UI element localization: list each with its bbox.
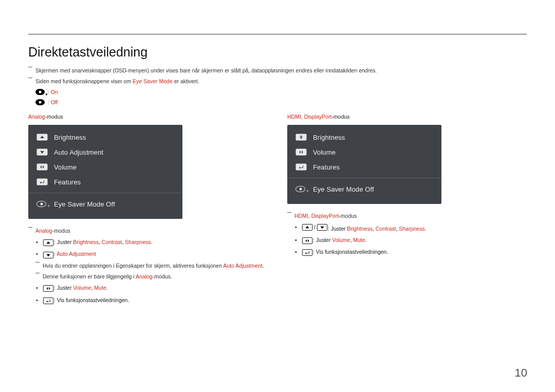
analog-osd-panel: Brightness Auto Adjustment Volume Featur… [28, 125, 182, 219]
eye-on-row: + : On [28, 88, 527, 96]
down-key-icon [36, 148, 48, 156]
hdmi-mode-label: HDMI, DisplayPort-modus [287, 114, 528, 120]
hdmi-notes: HDMI, DisplayPort-modus / : Juster Brigh… [287, 212, 528, 257]
bullet-features: : Vis funksjonstastveiledningen. [287, 248, 528, 256]
left-right-key-icon [302, 237, 313, 244]
bullet-brightness: / : Juster Brightness, Contrast, Sharpne… [287, 223, 528, 233]
bullet-brightness: : Juster Brightness, Contrast, Sharpness… [28, 238, 269, 247]
down-key-icon [317, 224, 328, 231]
osd-volume: Volume [28, 160, 182, 175]
eye-off-row: : Off [28, 99, 527, 106]
osd-eyesaver: + Eye Saver Mode Off [28, 193, 182, 212]
enter-key-icon [43, 297, 54, 304]
note-availability: Denne funksjonen er bare tilgjengelig i … [35, 273, 269, 281]
enter-key-icon [36, 178, 48, 185]
left-right-key-icon [43, 285, 54, 292]
page-number: 10 [515, 366, 527, 380]
bullet-features: : Vis funksjonstastveiledningen. [28, 296, 269, 305]
osd-brightness: Brightness [287, 130, 441, 145]
eye-icon: + [36, 201, 46, 207]
hdmi-osd-panel: Brightness Volume Features + Eye Saver M… [287, 125, 441, 204]
analog-column: Analog-modus Brightness Auto Adjustment … [28, 114, 269, 308]
up-key-icon [36, 134, 48, 141]
eye-icon [35, 99, 45, 105]
osd-eyesaver: + Eye Saver Mode Off [287, 178, 441, 197]
up-key-icon [302, 224, 313, 231]
left-right-key-icon [295, 148, 307, 156]
osd-auto-adjustment: Auto Adjustment [28, 145, 182, 160]
analog-notes: Analog-modus : Juster Brightness, Contra… [28, 227, 269, 305]
up-key-icon [43, 239, 54, 246]
intro-note-1: Skjermen med snarveisknapper (OSD-menyen… [28, 67, 527, 74]
up-down-key-icon [295, 134, 307, 141]
osd-features: Features [28, 175, 182, 190]
hdmi-column: HDMI, DisplayPort-modus Brightness Volum… [287, 114, 528, 308]
top-rule [28, 34, 527, 34]
bullet-auto-adjustment: : Auto Adjustment Hvis du endrer oppløsn… [28, 250, 269, 281]
osd-features: Features [287, 160, 441, 175]
left-right-key-icon [36, 163, 48, 171]
osd-brightness: Brightness [28, 130, 182, 145]
down-key-icon [43, 252, 54, 258]
bullet-volume: : Juster Volume, Mute. [287, 236, 528, 245]
osd-volume: Volume [287, 145, 441, 160]
note-mode: HDMI, DisplayPort-modus [287, 212, 528, 220]
intro-note-2: Siden med funksjonsknappene viser om Eye… [28, 78, 527, 85]
eye-icon: + [35, 88, 45, 96]
eye-icon: + [295, 186, 305, 192]
note-resolution: Hvis du endrer oppløsningen i Egenskaper… [35, 262, 269, 270]
bullet-volume: : Juster Volume, Mute. [28, 284, 269, 292]
page-title: Direktetastveiledning [28, 45, 527, 60]
analog-mode-label: Analog-modus [28, 114, 269, 120]
enter-key-icon [302, 249, 313, 256]
enter-key-icon [295, 163, 307, 171]
note-mode: Analog-modus [28, 227, 269, 235]
